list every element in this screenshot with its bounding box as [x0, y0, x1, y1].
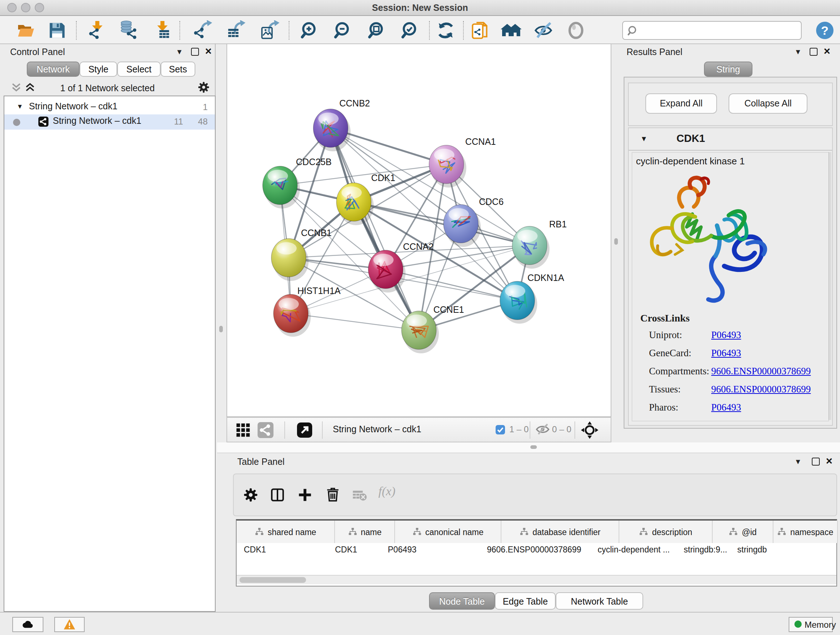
delete-column-trash-icon[interactable]	[325, 486, 341, 502]
crosslink-value-link[interactable]: P06493	[711, 402, 741, 413]
table-cell[interactable]: stringdb:9...	[676, 543, 730, 557]
cloud-status-button[interactable]	[12, 617, 43, 632]
import-table-file-icon[interactable]	[153, 21, 172, 43]
crosslink-value-link[interactable]: P06493	[711, 329, 741, 341]
network-collection-row[interactable]: ▼ String Network – cdk1 1	[4, 100, 215, 115]
collapse-all-button[interactable]: Collapse All	[729, 93, 807, 114]
export-network-icon[interactable]	[193, 20, 213, 43]
network-node-CCNE1[interactable]	[401, 311, 439, 353]
column-header[interactable]: shared name	[237, 521, 335, 543]
results-panel-float-icon[interactable]	[810, 48, 818, 56]
table-cell[interactable]: P06493	[381, 543, 480, 557]
hidden-eye-icon[interactable]	[535, 422, 550, 440]
tab-string[interactable]: String	[704, 62, 752, 77]
add-column-icon[interactable]	[297, 487, 313, 502]
table-cell[interactable]: stringdb	[730, 543, 787, 557]
zoom-fit-icon[interactable]	[368, 21, 386, 43]
help-icon[interactable]: ?	[815, 21, 834, 43]
network-node-CCNA2[interactable]	[368, 250, 406, 293]
tab-edge-table[interactable]: Edge Table	[495, 592, 556, 610]
zoom-in-icon[interactable]	[300, 21, 319, 43]
network-edge[interactable]	[354, 202, 530, 245]
search-field[interactable]	[622, 21, 802, 40]
table-panel-float-icon[interactable]	[812, 458, 820, 466]
import-network-database-icon[interactable]	[118, 20, 139, 43]
network-graph[interactable]: CCNB2CCNA1CDC25BCDK1CDC6RB1CCNB1CCNA2CDK…	[227, 44, 611, 416]
tab-select[interactable]: Select	[117, 62, 161, 77]
table-panel-menu-icon[interactable]: ▼	[794, 458, 802, 466]
column-header[interactable]: database identifier	[501, 521, 619, 543]
control-panel-float-icon[interactable]	[191, 48, 199, 56]
export-image-icon[interactable]	[261, 20, 280, 43]
crosslink-value-link[interactable]: 9606.ENSP00000378699	[711, 384, 811, 395]
search-input[interactable]	[640, 23, 799, 38]
results-scrollbar[interactable]	[829, 152, 831, 420]
network-node-HIST1H1A[interactable]	[273, 295, 311, 337]
homes-icon[interactable]	[499, 21, 523, 43]
collection-expand-icon[interactable]: ▼	[17, 103, 23, 110]
network-edge[interactable]	[331, 128, 419, 330]
column-header[interactable]: name	[335, 521, 395, 543]
selected-checkbox-icon[interactable]	[496, 425, 505, 434]
control-panel-close-icon[interactable]: ✕	[205, 46, 212, 57]
gene-collapse-icon[interactable]: ▼	[640, 135, 647, 143]
share-document-icon[interactable]	[471, 21, 490, 40]
table-settings-gear-icon[interactable]	[243, 487, 258, 502]
table-cell[interactable]: CDK1	[237, 543, 328, 557]
tab-network[interactable]: Network	[27, 62, 80, 77]
splitter-handle[interactable]	[531, 445, 537, 449]
show-eye-icon[interactable]	[567, 21, 585, 43]
network-node-CCNB2[interactable]	[313, 109, 351, 151]
network-node-CDK1[interactable]	[336, 183, 374, 225]
zoom-selected-icon[interactable]	[401, 21, 420, 43]
grid-view-icon[interactable]	[235, 422, 251, 438]
right-splitter-handle[interactable]	[614, 238, 618, 245]
birdseye-view-icon[interactable]	[296, 421, 313, 439]
results-panel-close-icon[interactable]: ✕	[823, 46, 831, 57]
tab-network-table[interactable]: Network Table	[556, 592, 643, 610]
save-session-icon[interactable]	[48, 21, 66, 40]
network-node-CDC25B[interactable]	[263, 166, 300, 209]
tab-node-table[interactable]: Node Table	[429, 592, 495, 610]
horizontal-splitter[interactable]	[217, 442, 840, 453]
expand-all-button[interactable]: Expand All	[645, 93, 717, 114]
network-options-gear-icon[interactable]	[197, 81, 210, 93]
warnings-button[interactable]	[54, 617, 85, 632]
crosslink-value-link[interactable]: P06493	[711, 348, 741, 359]
results-panel-menu-icon[interactable]: ▼	[794, 48, 802, 56]
table-cell[interactable]: cyclin-dependent ...	[591, 543, 676, 557]
scrollbar-thumb[interactable]	[240, 577, 306, 583]
fit-content-crosshair-icon[interactable]	[581, 421, 598, 439]
column-header[interactable]: description	[619, 521, 713, 543]
column-header[interactable]: @id	[713, 521, 774, 543]
refresh-layout-icon[interactable]	[436, 21, 455, 40]
left-splitter-handle[interactable]	[219, 326, 223, 333]
network-node-CCNA1[interactable]	[429, 145, 466, 187]
open-session-icon[interactable]	[17, 21, 35, 40]
crosslink-value-link[interactable]: 9606.ENSP00000378699	[711, 366, 811, 377]
import-network-file-icon[interactable]	[88, 21, 106, 43]
hide-eye-icon[interactable]	[534, 21, 553, 43]
column-header[interactable]: canonical name	[395, 521, 501, 543]
network-node-CDKN1A[interactable]	[500, 281, 537, 324]
tab-sets[interactable]: Sets	[161, 62, 195, 77]
network-node-CDC6[interactable]	[444, 204, 481, 247]
show-columns-icon[interactable]	[270, 487, 285, 502]
delete-table-icon[interactable]	[352, 489, 368, 505]
network-node-RB1[interactable]	[512, 226, 549, 269]
function-builder-icon[interactable]: f(x)	[378, 485, 395, 499]
tab-style[interactable]: Style	[80, 62, 117, 77]
control-panel-menu-icon[interactable]: ▼	[176, 48, 183, 56]
column-header[interactable]: namespace	[774, 521, 838, 543]
network-canvas[interactable]: CCNB2CCNA1CDC25BCDK1CDC6RB1CCNB1CCNA2CDK…	[226, 43, 611, 417]
table-row[interactable]: CDK1CDK1P064939606.ENSP00000378699cyclin…	[237, 543, 836, 557]
zoom-out-icon[interactable]	[333, 21, 352, 43]
table-cell[interactable]: 9606.ENSP00000378699	[480, 543, 591, 557]
table-horizontal-scrollbar[interactable]	[237, 575, 836, 584]
share-network-icon[interactable]	[257, 422, 273, 438]
table-panel-close-icon[interactable]: ✕	[826, 456, 833, 466]
memory-button[interactable]: Memory	[789, 617, 833, 632]
table-cell[interactable]: CDK1	[328, 543, 381, 557]
export-table-icon[interactable]	[226, 20, 246, 43]
network-row-selected[interactable]: String Network – cdk1 11 48	[4, 114, 215, 130]
